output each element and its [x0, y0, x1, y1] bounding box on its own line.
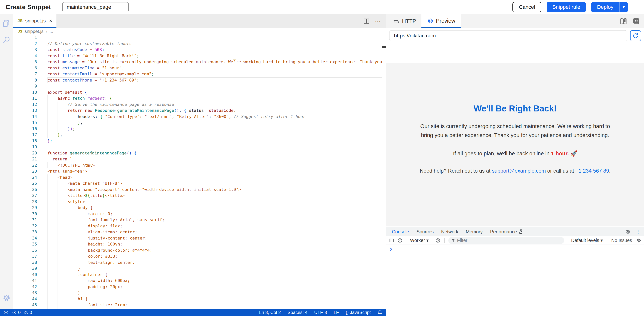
tab-snippet-js[interactable]: JS snippet.js × [13, 14, 56, 28]
code-line: 45 font-size: 2rem; [13, 302, 382, 308]
funnel-icon [451, 239, 455, 242]
line-number: 28 [13, 199, 37, 205]
tab-network[interactable]: Network [437, 227, 462, 236]
devtools-kebab-icon[interactable]: ⋮ [636, 229, 641, 235]
eol-setting[interactable]: LF [334, 310, 339, 315]
tab-label: snippet.js [25, 18, 46, 24]
code-line: 4const title = "We'll Be Right Back!"; [13, 53, 382, 59]
code-line: 5const message = "Our site is currently … [13, 59, 382, 65]
editor-scrollbar[interactable] [382, 35, 386, 309]
close-tab-icon[interactable]: × [49, 18, 52, 24]
help-suffix: . [609, 168, 610, 174]
devtools-header-icons: ⋮ [625, 227, 641, 236]
code-line: 36 background-color: #f4f4f4; [13, 247, 382, 253]
split-editor-icon[interactable] [364, 19, 369, 24]
code-line: 9 [13, 83, 382, 89]
code-line: 42 padding: 20px; [13, 284, 382, 290]
line-number: 44 [13, 296, 37, 302]
indentation-setting[interactable]: Spaces: 4 [288, 310, 308, 315]
flask-icon [519, 229, 523, 234]
line-number: 21 [13, 156, 37, 162]
snippet-name-input[interactable] [62, 2, 129, 12]
console-prompt[interactable] [386, 245, 644, 254]
line-number: 42 [13, 284, 37, 290]
devtools-settings-gear-icon[interactable] [625, 229, 630, 234]
more-actions-icon[interactable]: ⋯ [375, 18, 381, 25]
deploy-dropdown-arrow-icon[interactable]: ▾ [619, 2, 628, 12]
notifications-bell-icon[interactable] [378, 310, 382, 315]
code-line: 3const statusCode = 503; [13, 47, 382, 53]
breadcrumb-file[interactable]: snippet.js [24, 29, 43, 34]
remote-indicator-icon[interactable]: >< [4, 310, 8, 315]
deploy-split-button: Deploy ▾ [591, 2, 628, 12]
files-icon[interactable] [2, 19, 11, 28]
discord-chat-icon[interactable] [632, 18, 640, 25]
code-line: 18}; [13, 138, 382, 144]
help-middle: or call us at [546, 168, 576, 174]
snippet-rule-button[interactable]: Snippet rule [547, 2, 586, 12]
line-number: 14 [13, 114, 37, 120]
back-online-time: 1 hour. [551, 151, 569, 157]
deploy-button[interactable]: Deploy [591, 2, 619, 12]
clear-console-icon[interactable] [398, 238, 402, 243]
line-number: 9 [13, 83, 37, 89]
execution-context-selector[interactable]: Worker ▾ [410, 238, 429, 243]
code-line: 38 text-align: center; [13, 259, 382, 266]
cursor-position[interactable]: Ln 8, Col 2 [259, 310, 281, 315]
support-email-link[interactable]: support@example.com [492, 168, 546, 174]
status-bar-right: Ln 8, Col 2 Spaces: 4 UTF-8 LF {} JavaSc… [259, 310, 382, 315]
problems-indicator[interactable]: 0 0 [12, 310, 32, 315]
tab-sources[interactable]: Sources [413, 227, 438, 236]
tab-performance[interactable]: Performance [486, 227, 526, 236]
tab-http[interactable]: HTTP [388, 15, 422, 28]
code-line: 25 <meta charset="UTF-8"> [13, 180, 382, 187]
line-number: 18 [13, 138, 37, 144]
code-line: 20function generateMaintenancePage() { [13, 150, 382, 156]
line-number: 20 [13, 150, 37, 156]
page-title: Create Snippet [6, 3, 51, 11]
console-filter[interactable] [448, 237, 564, 244]
code-line: 31 font-family: Arial, sans-serif; [13, 217, 382, 223]
code-line: 32 display: flex; [13, 223, 382, 229]
code-line: 11 async fetch(request) { [13, 95, 382, 102]
warning-count: 0 [30, 310, 32, 315]
settings-gear-icon[interactable] [2, 293, 11, 302]
url-input[interactable] [389, 30, 627, 41]
language-mode[interactable]: {} JavaScript [346, 310, 371, 315]
console-toolbar: Worker ▾ Default levels ▾ [386, 236, 644, 245]
code-line: 28 <style> [13, 199, 382, 205]
line-number: 25 [13, 180, 37, 187]
code-line: 14 headers: { "Content-Type": "text/html… [13, 114, 382, 120]
live-expression-eye-icon[interactable] [435, 238, 441, 243]
issues-counter[interactable]: No Issues [611, 238, 632, 243]
tab-memory[interactable]: Memory [462, 227, 486, 236]
code-line: 29 body { [13, 205, 382, 211]
docs-book-icon[interactable] [620, 18, 627, 25]
search-icon[interactable] [2, 36, 11, 44]
log-levels-selector[interactable]: Default levels ▾ [571, 238, 603, 243]
line-number: 19 [13, 144, 37, 150]
tab-preview[interactable]: Preview [422, 15, 461, 28]
javascript-file-icon: JS [18, 29, 22, 34]
phone-link[interactable]: +1 234 567 89 [576, 168, 609, 174]
console-sidebar-icon[interactable] [389, 238, 394, 243]
tab-console[interactable]: Console [388, 227, 413, 236]
line-number: 17 [13, 132, 37, 138]
encoding-setting[interactable]: UTF-8 [314, 310, 327, 315]
code-line: 30 margin: 0; [13, 211, 382, 217]
code-editor[interactable]: 12// Define your customizable inputs3con… [13, 35, 382, 309]
cancel-button[interactable]: Cancel [512, 2, 542, 12]
code-line: 12 // Serve the maintenance page as a re… [13, 102, 382, 108]
line-number: 1 [13, 35, 37, 41]
reload-button[interactable] [630, 30, 641, 41]
filter-input[interactable] [457, 238, 561, 243]
console-settings-gear-icon[interactable] [636, 238, 642, 243]
breadcrumb: JS snippet.js › ... [13, 28, 386, 35]
code-line: 21 return ` [13, 156, 382, 162]
line-number: 16 [13, 126, 37, 132]
code-line: 44 h1 { [13, 296, 382, 302]
code-line: 24 <head> [13, 174, 382, 181]
breadcrumb-symbol[interactable]: ... [50, 29, 53, 34]
line-number: 10 [13, 89, 37, 96]
code-line: 35 height: 100vh; [13, 241, 382, 247]
